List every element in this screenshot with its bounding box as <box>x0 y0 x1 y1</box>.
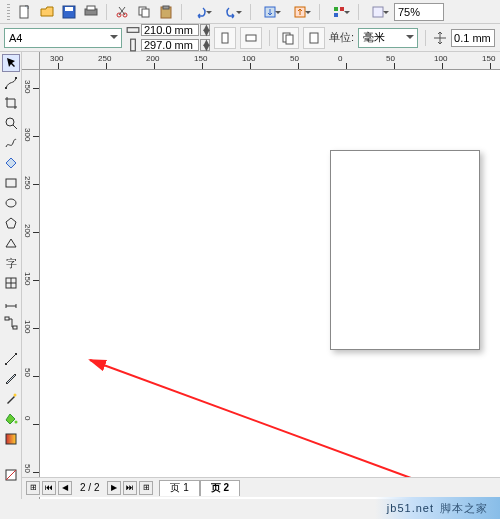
toolbar-grip[interactable] <box>7 4 10 20</box>
drawing-canvas[interactable] <box>40 70 500 499</box>
polygon-tool[interactable] <box>2 214 20 232</box>
page-height-input[interactable]: 297.0 mm <box>141 39 199 51</box>
redo-button[interactable] <box>217 2 245 22</box>
connector-tool[interactable] <box>2 314 20 332</box>
svg-rect-25 <box>15 77 17 79</box>
add-page-after-button[interactable]: ⊞ <box>139 481 153 495</box>
svg-rect-4 <box>87 6 95 10</box>
ellipse-tool[interactable] <box>2 194 20 212</box>
divider <box>250 4 251 20</box>
apply-current-page-button[interactable] <box>303 27 325 49</box>
export-button[interactable] <box>286 2 314 22</box>
orientation-portrait-button[interactable] <box>214 27 236 49</box>
copy-button[interactable] <box>134 2 154 22</box>
cut-button[interactable] <box>112 2 132 22</box>
smart-fill-tool[interactable] <box>2 154 20 172</box>
toolbox-gap <box>2 334 20 348</box>
apply-all-pages-button[interactable] <box>277 27 299 49</box>
app-launcher-button[interactable] <box>325 2 353 22</box>
table-tool[interactable] <box>2 274 20 292</box>
options-button[interactable] <box>364 2 392 22</box>
fill-tool[interactable] <box>2 410 20 428</box>
svg-line-39 <box>90 360 430 485</box>
svg-point-36 <box>14 421 17 424</box>
shape-edit-tool[interactable] <box>2 74 20 92</box>
paste-button[interactable] <box>156 2 176 22</box>
print-button[interactable] <box>81 2 101 22</box>
ruler-origin[interactable] <box>22 52 40 70</box>
last-page-button[interactable]: ⏭ <box>123 481 137 495</box>
svg-rect-16 <box>373 7 383 17</box>
page-tabs: 页 1页 2 <box>159 480 240 496</box>
canvas-area: 30025020015010050050100150 3503002502001… <box>22 52 500 499</box>
import-button[interactable] <box>256 2 284 22</box>
units-select[interactable]: 毫米 <box>358 28 418 48</box>
standard-toolbar: 75% <box>0 0 500 24</box>
add-page-button[interactable]: ⊞ <box>26 481 40 495</box>
vertical-ruler[interactable]: 35030025020015010050050 <box>22 70 40 499</box>
page-width-input[interactable]: 210.0 mm <box>141 24 199 36</box>
svg-rect-20 <box>246 35 256 41</box>
divider <box>319 4 320 20</box>
horizontal-ruler[interactable]: 30025020015010050050100150 <box>40 52 500 70</box>
svg-rect-27 <box>6 179 16 187</box>
pick-tool[interactable] <box>2 54 20 72</box>
svg-rect-34 <box>15 353 17 355</box>
units-value: 毫米 <box>363 30 385 45</box>
page-navigator: ⊞ ⏮ ◀ 2 / 2 ▶ ⏭ ⊞ 页 1页 2 <box>22 477 500 497</box>
page-tab[interactable]: 页 2 <box>200 480 240 496</box>
svg-text:字: 字 <box>6 257 17 269</box>
svg-point-35 <box>13 394 16 397</box>
svg-rect-22 <box>286 35 293 44</box>
width-icon <box>126 23 140 37</box>
preset-value: A4 <box>9 32 22 44</box>
no-color-well[interactable] <box>2 466 20 484</box>
page-dimensions: 210.0 mm ▲▼ 297.0 mm ▲▼ <box>126 23 210 52</box>
outline-pen-tool[interactable] <box>2 390 20 408</box>
svg-rect-24 <box>5 87 7 89</box>
svg-rect-15 <box>334 13 338 17</box>
watermark-name: 脚本之家 <box>440 501 488 516</box>
page-size-preset[interactable]: A4 <box>4 28 122 48</box>
save-button[interactable] <box>59 2 79 22</box>
divider <box>358 4 359 20</box>
basic-shapes-tool[interactable] <box>2 234 20 252</box>
width-spinner[interactable]: ▲▼ <box>200 24 210 36</box>
zoom-tool[interactable] <box>2 114 20 132</box>
nudge-icon <box>433 31 447 45</box>
open-button[interactable] <box>37 2 57 22</box>
crop-tool[interactable] <box>2 94 20 112</box>
svg-rect-37 <box>6 434 16 444</box>
orientation-landscape-button[interactable] <box>240 27 262 49</box>
svg-rect-23 <box>310 33 318 43</box>
freehand-tool[interactable] <box>2 134 20 152</box>
main-area: 字 30025020015010050050100150 35030025020… <box>0 52 500 499</box>
height-spinner[interactable]: ▲▼ <box>200 39 210 51</box>
page-counter: 2 / 2 <box>74 482 105 493</box>
svg-rect-8 <box>142 9 149 17</box>
new-file-button[interactable] <box>15 2 35 22</box>
height-icon <box>126 38 140 52</box>
dimension-tool[interactable] <box>2 294 20 312</box>
watermark-domain: jb51.net <box>387 502 434 514</box>
nudge-distance-input[interactable]: 0.1 mm <box>451 29 495 47</box>
interactive-effects-tool[interactable] <box>2 350 20 368</box>
rectangle-tool[interactable] <box>2 174 20 192</box>
undo-button[interactable] <box>187 2 215 22</box>
first-page-button[interactable]: ⏮ <box>42 481 56 495</box>
prev-page-button[interactable]: ◀ <box>58 481 72 495</box>
svg-rect-13 <box>334 7 338 11</box>
svg-rect-17 <box>127 28 139 33</box>
eyedropper-tool[interactable] <box>2 370 20 388</box>
zoom-level-input[interactable]: 75% <box>394 3 444 21</box>
page-tab[interactable]: 页 1 <box>159 480 199 496</box>
svg-rect-33 <box>5 363 7 365</box>
divider <box>181 4 182 20</box>
page-object[interactable] <box>330 150 480 350</box>
text-tool[interactable]: 字 <box>2 254 20 272</box>
property-bar: A4 210.0 mm ▲▼ 297.0 mm ▲▼ 单位: 毫米 0.1 mm <box>0 24 500 52</box>
svg-rect-32 <box>13 326 17 329</box>
next-page-button[interactable]: ▶ <box>107 481 121 495</box>
interactive-fill-tool[interactable] <box>2 430 20 448</box>
svg-rect-31 <box>5 317 9 320</box>
